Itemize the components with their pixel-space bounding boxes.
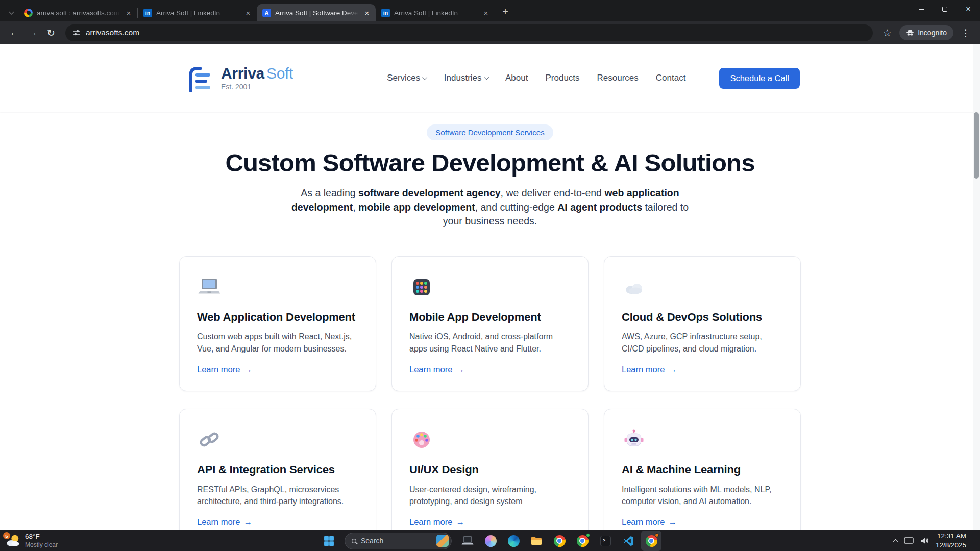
card-title: AI & Machine Learning [622,463,783,477]
tab-title: Arriva Soft | Software Developm [275,9,358,17]
terminal-button[interactable]: >_ [595,531,616,551]
chrome-button-1[interactable] [549,531,570,551]
back-button[interactable]: ← [5,23,23,42]
palette-icon [409,428,571,452]
nav-item-contact[interactable]: Contact [656,73,686,83]
display-cast-icon[interactable] [904,537,914,545]
hidden-icons-chevron-icon[interactable] [893,539,898,544]
cloud-icon [622,275,783,299]
bookmark-star-icon[interactable]: ☆ [878,23,896,42]
start-button[interactable] [318,531,339,551]
vscode-button[interactable] [618,531,639,551]
terminal-icon: >_ [600,536,611,546]
google-favicon-icon [24,9,33,17]
arrow-right-icon: → [668,365,677,374]
weather-badge: 5 [3,532,10,539]
chain-link-icon [197,428,358,452]
browser-tab-3-active[interactable]: A Arriva Soft | Software Developm × [257,4,376,21]
nav-item-industries[interactable]: Industries [444,73,488,83]
show-desktop-button[interactable] [974,530,976,551]
browser-toolbar: ← → ↻ arrivasofts.com ☆ Incognito ⋮ [0,21,980,44]
arrow-right-icon: → [243,365,252,374]
browser-tab-strip: arriva soft : arrivasofts.com - Go × in … [0,0,980,21]
taskbar-center: Search >_ [318,530,662,551]
window-minimize-button[interactable] [910,0,933,18]
arrow-right-icon: → [668,517,677,527]
page-title: Custom Software Development & AI Solutio… [0,148,980,177]
learn-more-link[interactable]: Learn more→ [622,365,677,374]
learn-more-link[interactable]: Learn more→ [197,517,252,527]
card-description: RESTful APIs, GraphQL, microservices arc… [197,484,358,508]
weather-condition: Mostly clear [25,541,58,549]
tab-close-icon[interactable]: × [243,8,253,17]
card-title: API & Integration Services [197,463,358,477]
copilot-button[interactable] [480,531,501,551]
page-scrollbar-track[interactable] [973,44,980,530]
main-navigation: Services Industries About Products Resou… [387,68,800,89]
browser-tab-4[interactable]: in Arriva Soft | LinkedIn × [376,4,495,21]
tab-close-icon[interactable]: × [124,8,133,17]
windows-taskbar: 5 68°F Mostly clear Search [0,530,980,551]
chevron-down-icon [423,75,427,80]
edge-button[interactable] [503,531,524,551]
learn-more-link[interactable]: Learn more→ [409,517,464,527]
window-controls: × [910,0,980,18]
clock-date-text: 12/8/2025 [936,541,966,550]
browser-menu-button[interactable]: ⋮ [957,23,975,42]
logo-name-light: Soft [266,65,293,82]
tab-search-button[interactable] [4,4,18,21]
chevron-down-icon [9,9,14,14]
search-label: Search [361,537,432,545]
service-card-ai-ml: AI & Machine Learning Intelligent soluti… [604,409,801,530]
services-grid: Web Application Development Custom web a… [179,256,801,530]
linkedin-favicon-icon: in [143,9,152,17]
card-description: Custom web apps built with React, Next.j… [197,331,358,355]
new-tab-button[interactable]: + [498,4,513,19]
nav-item-about[interactable]: About [505,73,528,83]
service-card-uiux: UI/UX Design User-centered design, wiref… [391,409,589,530]
robot-icon [622,428,783,452]
task-view-button[interactable] [457,531,478,551]
learn-more-link[interactable]: Learn more→ [622,517,677,527]
browser-tab-2[interactable]: in Arriva Soft | LinkedIn × [138,4,257,21]
address-bar[interactable]: arrivasofts.com [65,24,873,41]
taskbar-search-box[interactable]: Search [345,533,452,549]
learn-more-link[interactable]: Learn more→ [197,365,252,374]
logo-text: ArrivaSoft Est. 2001 [221,65,293,91]
volume-icon[interactable] [920,537,929,545]
card-description: Native iOS, Android, and cross-platform … [409,331,571,355]
service-card-api-integration: API & Integration Services RESTful APIs,… [179,409,376,530]
forward-button[interactable]: → [23,23,42,42]
incognito-label: Incognito [918,29,947,37]
browser-tab-1[interactable]: arriva soft : arrivasofts.com - Go × [18,4,137,21]
site-settings-icon[interactable] [72,29,81,37]
window-close-button[interactable]: × [957,0,980,18]
tab-close-icon[interactable]: × [362,8,372,17]
file-explorer-button[interactable] [526,531,547,551]
learn-more-link[interactable]: Learn more→ [409,365,464,374]
tab-close-icon[interactable]: × [481,8,491,17]
service-card-web-app: Web Application Development Custom web a… [179,256,376,391]
notification-dot-icon [586,533,590,537]
page-scrollbar-thumb[interactable] [974,112,979,179]
clock-date[interactable]: 12:31 AM 12/8/2025 [936,532,966,549]
nav-item-products[interactable]: Products [545,73,579,83]
laptop-icon [197,275,358,299]
chrome-button-active[interactable] [641,531,662,551]
nav-item-resources[interactable]: Resources [597,73,639,83]
reload-button[interactable]: ↻ [42,23,60,42]
url-text[interactable]: arrivasofts.com [86,28,139,37]
site-logo[interactable]: ArrivaSoft Est. 2001 [180,61,293,95]
nav-item-services[interactable]: Services [387,73,427,83]
card-description: User-centered design, wireframing, proto… [409,484,571,508]
weather-widget[interactable]: 5 68°F Mostly clear [5,530,58,551]
service-card-cloud-devops: Cloud & DevOps Solutions AWS, Azure, GCP… [604,256,801,391]
arrow-right-icon: → [243,517,252,527]
hero-intro: As a leading software development agency… [291,186,689,229]
site-header: ArrivaSoft Est. 2001 Services Industries… [0,44,980,112]
window-maximize-button[interactable] [933,0,957,18]
chrome-button-2[interactable] [572,531,593,551]
logo-name-bold: Arriva [221,65,264,82]
schedule-call-button[interactable]: Schedule a Call [719,68,800,89]
copilot-icon [485,535,497,547]
